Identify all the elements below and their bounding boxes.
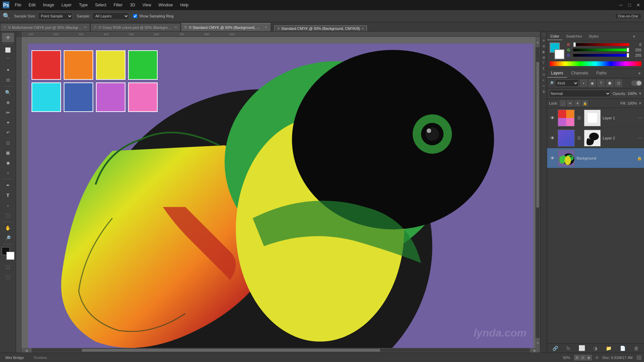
fill-value[interactable]: 100% <box>628 101 637 105</box>
opacity-value[interactable]: 100% <box>628 92 637 96</box>
crop-tool[interactable]: ⊡ <box>2 75 14 85</box>
clone-stamp-tool[interactable]: ✦ <box>2 118 14 127</box>
color-selector[interactable] <box>2 247 14 260</box>
layer-2-name[interactable]: Layer 2 <box>603 136 635 140</box>
scroll-thumb-v[interactable] <box>536 62 539 207</box>
text-tool[interactable]: T <box>2 191 14 200</box>
panel-icon-10[interactable]: ✂ <box>542 84 545 88</box>
horizontal-scrollbar[interactable]: ◀ ▶ <box>21 348 540 353</box>
menu-type[interactable]: Type <box>75 1 91 9</box>
tab-2-close[interactable]: ✕ <box>174 25 177 29</box>
scroll-thumb-h[interactable] <box>82 349 380 352</box>
b-slider-track[interactable] <box>573 54 629 57</box>
layer-2-chain[interactable]: ⛓ <box>577 136 582 140</box>
filter-adjustment-btn[interactable]: ◉ <box>589 79 596 87</box>
layer-1-name[interactable]: Layer 1 <box>603 116 635 120</box>
tab-color[interactable]: Color <box>547 33 562 40</box>
menu-file[interactable]: File <box>11 1 24 9</box>
path-tool[interactable]: ⬦ <box>2 201 14 210</box>
add-layer-icon[interactable]: 📄 <box>620 346 626 351</box>
filter-pixel-btn[interactable]: ▪ <box>580 79 587 87</box>
blend-mode-select[interactable]: Normal Dissolve Multiply Screen Overlay <box>549 90 611 97</box>
scroll-down-btn[interactable]: ▼ <box>535 338 540 348</box>
layer-item-background[interactable]: 👁 Backgrou <box>547 148 644 168</box>
quick-select-tool[interactable]: ✦ <box>2 65 14 75</box>
tab-2[interactable]: © © Crazy RGB colors.psd @ 50% (Backgrou… <box>90 23 180 31</box>
eyedropper-tool[interactable]: 🔍 <box>2 88 14 97</box>
scroll-up-btn[interactable]: ▲ <box>535 37 540 47</box>
layers-tab-paths[interactable]: Paths <box>592 69 611 78</box>
layer-item-1[interactable]: 👁 ⛓ <box>547 108 644 128</box>
minimize-button[interactable]: ─ <box>618 2 624 8</box>
add-link-icon[interactable]: 🔗 <box>552 346 558 351</box>
layer-item-2[interactable]: 👁 ⛓ Layer 2 <box>547 128 644 148</box>
pen-tool[interactable]: ✒ <box>2 181 14 190</box>
layers-tab-layers[interactable]: Layers <box>547 69 567 78</box>
color-panel-collapse[interactable]: ▼ <box>632 35 636 39</box>
panel-icon-9[interactable]: ≡ <box>543 78 545 82</box>
tab-styles[interactable]: Styles <box>585 33 602 40</box>
r-slider-track[interactable] <box>573 43 629 46</box>
filter-shape-btn[interactable]: ⬟ <box>606 79 613 87</box>
view-btn-3[interactable]: ▶ <box>586 355 592 360</box>
close-button[interactable]: ✕ <box>635 2 641 8</box>
lasso-tool[interactable]: ⌒ <box>2 55 14 65</box>
layer-2-more[interactable]: ⋯ <box>637 135 642 141</box>
background-name[interactable]: Background <box>577 156 635 160</box>
filter-toggle[interactable] <box>631 80 642 86</box>
gradient-tool[interactable]: ▦ <box>2 148 14 158</box>
layer-1-more[interactable]: ⋯ <box>637 115 642 121</box>
menu-help[interactable]: Help <box>177 1 192 9</box>
workspace-selector[interactable]: One-on-One <box>615 13 641 19</box>
panel-icon-2[interactable]: ⊕ <box>542 39 545 42</box>
panel-icon-8[interactable]: ⊡ <box>542 73 545 76</box>
healing-brush-tool[interactable]: ⊕ <box>2 98 14 107</box>
tab-swatches[interactable]: Swatches <box>562 33 585 40</box>
panel-icon-11[interactable]: ≣ <box>542 90 545 94</box>
menu-edit[interactable]: Edit <box>25 1 39 9</box>
menu-window[interactable]: Window <box>155 1 176 9</box>
view-btn-1[interactable]: ⊞ <box>574 355 580 360</box>
opacity-dropdown[interactable]: ▼ <box>638 92 642 96</box>
g-slider-track[interactable] <box>573 49 629 51</box>
color-spectrum-bar[interactable] <box>550 61 641 66</box>
menu-select[interactable]: Select <box>92 1 109 9</box>
background-preview[interactable] <box>554 49 565 59</box>
sample-select[interactable]: All Layers Current Layer <box>92 12 129 20</box>
eraser-tool[interactable]: ◻ <box>2 138 14 147</box>
delete-layer-icon[interactable]: 🗑 <box>634 346 639 351</box>
add-fx-icon[interactable]: fx <box>567 346 570 351</box>
scroll-left-btn[interactable]: ◀ <box>21 348 32 353</box>
screen-mode-btn[interactable]: ⬛ <box>2 273 14 282</box>
vertical-scrollbar[interactable]: ▲ ▼ <box>535 37 540 348</box>
panel-icon-5[interactable]: ⊠ <box>542 56 545 59</box>
maximize-button[interactable]: □ <box>627 2 633 8</box>
history-brush-tool[interactable]: ↶ <box>2 128 14 137</box>
scroll-right-btn[interactable]: ▶ <box>530 348 540 353</box>
fill-dropdown[interactable]: ▼ <box>638 101 642 105</box>
layers-kind-select[interactable]: Kind Name Effect Mode Attribute Color Sm… <box>555 79 579 87</box>
panel-icon-1[interactable]: ⬛ <box>542 33 546 37</box>
lock-image-btn[interactable]: ✏ <box>567 100 573 106</box>
filter-type-btn[interactable]: T <box>597 79 605 87</box>
panel-icon-3[interactable]: ⊞ <box>542 44 545 48</box>
tab-3[interactable]: © © Standard CMYK @ 50% (Background, CMY… <box>181 23 271 31</box>
timeline-btn[interactable]: Timeline <box>31 356 50 360</box>
floating-tab[interactable]: © Standard CMYK @ 50% (Background, CMYK/… <box>274 25 367 31</box>
add-adjustment-icon[interactable]: ◑ <box>593 346 597 351</box>
b-slider-handle[interactable] <box>627 53 629 58</box>
lock-all-btn[interactable]: 🔒 <box>582 100 588 106</box>
layer-2-visibility[interactable]: 👁 <box>549 135 556 141</box>
scroll-corner[interactable] <box>637 355 641 360</box>
dodge-tool[interactable]: ○ <box>2 168 14 178</box>
lock-position-btn[interactable]: ✛ <box>575 100 581 106</box>
mini-bridge-btn[interactable]: Mini Bridge <box>3 356 26 360</box>
show-ring-checkbox[interactable] <box>133 14 137 18</box>
tab-1[interactable]: © © Multichannel CMYK.psd @ 50% (Backgro… <box>0 23 90 31</box>
move-tool[interactable]: ✛ <box>2 33 14 42</box>
view-btn-2[interactable]: ⊟ <box>580 355 586 360</box>
tab-1-close[interactable]: ✕ <box>84 25 87 29</box>
menu-layer[interactable]: Layer <box>58 1 75 9</box>
quick-mask-btn[interactable]: ⬚ <box>2 262 14 272</box>
panel-icon-4[interactable]: ◉ <box>542 50 545 54</box>
